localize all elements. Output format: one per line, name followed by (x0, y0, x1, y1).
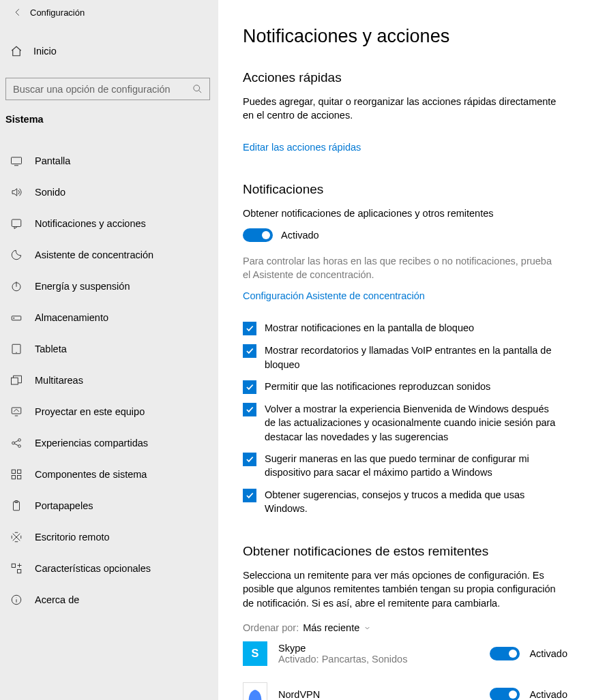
svg-text:S: S (252, 647, 259, 659)
edit-quick-actions-link[interactable]: Editar las acciones rápidas (243, 142, 361, 153)
chevron-down-icon (364, 624, 371, 632)
features-icon (10, 562, 23, 575)
components-icon (10, 468, 23, 481)
focus-icon (10, 249, 23, 261)
quick-actions-heading: Acciones rápidas (243, 70, 567, 85)
checkbox-icon (243, 489, 256, 502)
search-icon (192, 84, 203, 94)
home-label: Inicio (33, 46, 57, 57)
svg-rect-6 (12, 344, 20, 354)
svg-rect-14 (12, 476, 15, 479)
focus-hint: Para controlar las horas en las que reci… (243, 254, 557, 282)
sender-toggle[interactable] (490, 688, 520, 700)
sender-toggle-wrap: Activado (490, 688, 567, 700)
nav-item-energia[interactable]: Energía y suspensión (0, 271, 218, 302)
nav-item-notificaciones[interactable]: Notificaciones y acciones (0, 208, 218, 239)
quick-actions-section: Acciones rápidas Puedes agregar, quitar … (243, 70, 567, 153)
svg-point-9 (12, 442, 15, 444)
sound-icon (10, 186, 23, 198)
senders-desc: Selecciona un remitente para ver más opc… (243, 568, 557, 610)
sender-row-nordvpn[interactable]: NordVPN Activado (243, 674, 567, 700)
nav-item-asistente[interactable]: Asistente de concentración (0, 239, 218, 271)
sender-toggle[interactable] (490, 647, 520, 660)
nav-label: Características opcionales (35, 563, 151, 574)
svg-rect-1 (12, 157, 22, 164)
svg-rect-18 (12, 564, 15, 567)
nav-label: Tableta (35, 344, 67, 354)
nav-label: Componentes de sistema (35, 469, 147, 480)
checkbox-icon (243, 322, 256, 335)
nav-item-tableta[interactable]: Tableta (0, 333, 218, 365)
skype-icon: S (243, 641, 267, 666)
home-icon (10, 45, 23, 57)
checkbox-icon (243, 453, 256, 466)
focus-assist-link[interactable]: Configuración Asistente de concentración (243, 290, 425, 301)
nav-item-acerca[interactable]: Acerca de (0, 584, 218, 615)
check-label: Volver a mostrar la experiencia Bienveni… (265, 402, 557, 444)
sort-row[interactable]: Ordenar por: Más reciente (243, 622, 567, 633)
notifications-toggle-row: Activado (243, 228, 567, 242)
back-button[interactable] (5, 0, 30, 25)
nav-item-caracteristicas[interactable]: Características opcionales (0, 553, 218, 584)
check-sounds[interactable]: Permitir que las notificaciones reproduz… (243, 380, 557, 394)
nav-item-escritorio-remoto[interactable]: Escritorio remoto (0, 521, 218, 553)
check-voip[interactable]: Mostrar recordatorios y llamadas VoIP en… (243, 344, 557, 371)
notification-options: Mostrar notificaciones en la pantalla de… (243, 321, 567, 515)
nav-label: Asistente de concentración (35, 249, 153, 260)
nav-item-experiencias[interactable]: Experiencias compartidas (0, 427, 218, 459)
svg-rect-2 (12, 219, 21, 227)
settings-title: Configuración (30, 7, 85, 18)
check-suggest-setup[interactable]: Sugerir maneras en las que puedo termina… (243, 452, 557, 480)
svg-point-0 (194, 85, 200, 91)
nav-label: Acerca de (35, 594, 79, 605)
svg-rect-7 (12, 378, 18, 384)
notifications-desc: Obtener notificaciones de aplicaciones y… (243, 207, 557, 220)
svg-rect-8 (12, 408, 21, 414)
notifications-icon (10, 217, 23, 230)
nav-item-portapapeles[interactable]: Portapapeles (0, 490, 218, 521)
sidebar: Configuración Inicio Sistema Pantalla So… (0, 0, 218, 700)
search-input[interactable] (13, 84, 192, 95)
nav-item-pantalla[interactable]: Pantalla (0, 145, 218, 177)
multitask-icon (10, 374, 23, 386)
nav-label: Sonido (35, 187, 65, 198)
sender-info: Skype Activado: Pancartas, Sonidos (278, 643, 479, 665)
checkbox-icon (243, 344, 256, 358)
sender-toggle-state: Activado (529, 648, 567, 659)
power-icon (10, 280, 23, 292)
nav-item-componentes[interactable]: Componentes de sistema (0, 459, 218, 490)
nav-label: Experiencias compartidas (35, 438, 148, 448)
nav-item-multitareas[interactable]: Multitareas (0, 365, 218, 396)
nav-item-proyectar[interactable]: Proyectar en este equipo (0, 396, 218, 427)
svg-point-11 (18, 445, 21, 448)
check-tips[interactable]: Obtener sugerencias, consejos y trucos a… (243, 488, 557, 516)
svg-rect-19 (18, 570, 21, 573)
sender-toggle-wrap: Activado (490, 647, 567, 660)
nav-list: Pantalla Sonido Notificaciones y accione… (0, 145, 218, 615)
notifications-toggle[interactable] (243, 228, 273, 242)
nav-item-sonido[interactable]: Sonido (0, 177, 218, 208)
notifications-section: Notificaciones Obtener notificaciones de… (243, 182, 567, 516)
check-welcome[interactable]: Volver a mostrar la experiencia Bienveni… (243, 402, 557, 444)
check-lock-screen[interactable]: Mostrar notificaciones en la pantalla de… (243, 321, 557, 335)
sender-toggle-state: Activado (529, 689, 567, 700)
senders-heading: Obtener notificaciones de estos remitent… (243, 544, 567, 559)
svg-point-10 (18, 439, 21, 442)
section-system-label: Sistema (0, 100, 218, 130)
sender-row-skype[interactable]: S Skype Activado: Pancartas, Sonidos Act… (243, 633, 567, 674)
project-icon (10, 406, 23, 418)
home-button[interactable]: Inicio (0, 37, 218, 65)
nav-label: Portapapeles (35, 500, 93, 511)
notifications-toggle-state: Activado (281, 230, 319, 241)
check-label: Mostrar recordatorios y llamadas VoIP en… (265, 344, 557, 371)
nav-item-almacenamiento[interactable]: Almacenamiento (0, 302, 218, 333)
nav-label: Notificaciones y acciones (35, 218, 146, 229)
checkbox-icon (243, 380, 256, 394)
svg-rect-12 (12, 470, 15, 473)
search-box[interactable] (5, 78, 210, 100)
sender-name: Skype (278, 643, 479, 654)
svg-rect-13 (18, 470, 21, 473)
svg-rect-15 (18, 476, 21, 479)
check-label: Mostrar notificaciones en la pantalla de… (265, 321, 474, 335)
check-label: Permitir que las notificaciones reproduz… (265, 380, 490, 394)
